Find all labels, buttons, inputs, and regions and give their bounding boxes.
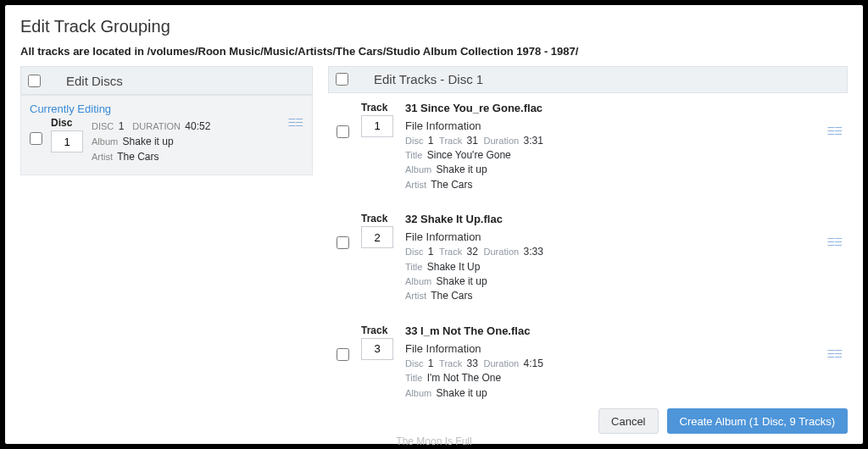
track-filename: 33 I_m Not The One.flac [405,324,815,337]
path-subtitle: All tracks are located in /volumes/Roon … [20,45,848,58]
disc-meta-label: DISC [92,121,114,131]
kv-album-label: Album [405,276,431,286]
drag-handle-icon[interactable]: ────── [827,125,843,136]
dialog-footer: Cancel Create Album (1 Disc, 9 Tracks) [20,403,848,434]
kv-duration-value: 3:33 [523,246,542,258]
kv-disc-value: 1 [428,135,434,147]
track-number-input[interactable] [361,338,393,360]
kv-duration-value: 3:31 [523,135,542,147]
edit-tracks-title: Edit Tracks - Disc 1 [374,72,483,86]
dialog-window: Edit Track Grouping All tracks are locat… [5,5,863,444]
disc-checkbox[interactable] [30,132,42,145]
kv-title-label: Title [405,373,422,383]
track-row: Track 32 Shake It Up.flac File Informati… [328,204,848,316]
track-field-label: Track [361,213,387,224]
select-all-tracks-checkbox[interactable] [336,73,348,86]
subtitle-path: /volumes/Roon Music/Music/Artists/The Ca… [147,45,579,58]
kv-duration-value: 4:15 [523,358,542,369]
drag-handle-icon[interactable]: ────── [288,117,303,127]
kv-track-label: Track [439,136,462,146]
kv-album-value: Shake it up [437,164,487,175]
file-information-label: File Information [405,119,815,132]
disc-artist-value: The Cars [117,151,159,163]
track-checkbox[interactable] [337,236,349,249]
disc-field-label: Disc [51,117,72,129]
drag-handle-icon[interactable]: ────── [827,348,843,358]
file-information-label: File Information [405,342,815,355]
edit-discs-title: Edit Discs [66,74,123,88]
album-label: Album [92,136,118,147]
kv-title-value: Since You're Gone [427,149,511,161]
kv-album-value: Shake it up [437,387,487,399]
kv-title-value: Shake It Up [427,261,481,273]
kv-title-label: Title [405,262,422,272]
kv-track-label: Track [439,247,462,257]
edit-discs-header: Edit Discs [20,66,313,95]
kv-artist-value: The Cars [431,290,472,302]
drag-handle-icon[interactable]: ────── [827,236,843,247]
subtitle-prefix: All tracks are located in [20,45,147,58]
duration-meta-label: DURATION [132,121,181,131]
disc-album-value: Shake it up [123,136,174,147]
kv-disc-value: 1 [428,358,434,369]
kv-duration-label: Duration [484,358,520,369]
edit-tracks-column: Edit Tracks - Disc 1 Track 31 Since You_… [328,66,848,403]
kv-track-value: 32 [467,246,478,258]
track-checkbox[interactable] [337,348,349,361]
dialog-title: Edit Track Grouping [20,17,848,36]
disc-number-input[interactable] [51,130,83,152]
track-row: Track 31 Since You_re Gone.flac File Inf… [328,93,848,205]
kv-artist-label: Artist [405,180,426,190]
file-information-label: File Information [405,230,815,243]
track-number-input[interactable] [361,115,393,137]
disc-meta-value: 1 [119,120,125,132]
disc-duration-value: 40:52 [185,120,210,132]
track-field-label: Track [361,102,387,114]
disc-card: Currently Editing Disc DISC 1 DURATION [20,95,313,175]
kv-track-value: 31 [467,135,478,147]
select-all-discs-checkbox[interactable] [28,75,41,87]
kv-track-label: Track [439,358,462,369]
kv-track-value: 33 [467,358,478,369]
track-filename: 31 Since You_re Gone.flac [405,102,815,114]
track-checkbox[interactable] [337,125,349,138]
kv-artist-value: The Cars [431,179,472,191]
track-list: Track 31 Since You_re Gone.flac File Inf… [328,93,848,403]
kv-duration-label: Duration [484,247,520,257]
track-field-label: Track [361,324,387,336]
track-filename: 32 Shake It Up.flac [405,213,815,225]
kv-title-value: I'm Not The One [427,372,501,384]
edit-discs-column: Edit Discs Currently Editing Disc DISC 1 [20,66,313,403]
kv-duration-label: Duration [484,136,520,146]
kv-album-label: Album [405,164,431,175]
track-row: Track 33 I_m Not The One.flac File Infor… [328,316,848,403]
columns: Edit Discs Currently Editing Disc DISC 1 [20,66,848,403]
background-now-playing: The Moon Is Full [396,435,471,447]
kv-disc-label: Disc [405,136,423,146]
kv-disc-label: Disc [405,247,423,257]
kv-disc-label: Disc [405,358,423,369]
kv-album-value: Shake it up [437,275,487,287]
artist-label: Artist [92,152,113,162]
edit-tracks-header: Edit Tracks - Disc 1 [328,66,848,93]
create-album-button[interactable]: Create Album (1 Disc, 9 Tracks) [667,408,849,434]
kv-title-label: Title [405,150,422,160]
cancel-button[interactable]: Cancel [598,408,658,434]
currently-editing-label: Currently Editing [30,103,303,115]
track-number-input[interactable] [361,226,393,248]
kv-artist-label: Artist [405,291,426,301]
kv-album-label: Album [405,388,431,398]
kv-disc-value: 1 [428,246,434,258]
